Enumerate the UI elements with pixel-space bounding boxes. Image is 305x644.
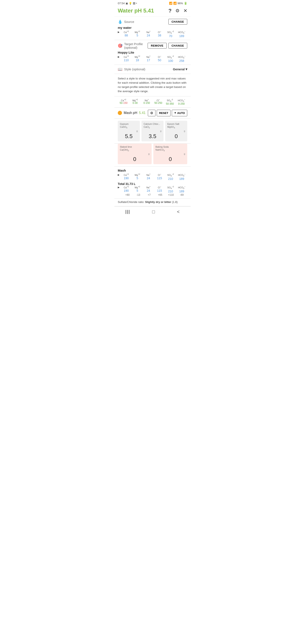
mash-auto-button[interactable]: ✦ AUTO xyxy=(172,110,187,116)
battery-display: 96% xyxy=(178,2,183,5)
epsom-salt-unit-label: g xyxy=(184,130,185,132)
target-so4-label: SO4−2 xyxy=(165,55,176,59)
source-cl-value: 38 xyxy=(154,34,165,37)
total-mg-col: Mg+2 5 xyxy=(132,186,143,193)
mash-gear-button[interactable]: ⚙ xyxy=(148,110,156,116)
total-cl-label: Cl− xyxy=(154,186,165,189)
target-mg-col: Mg+2 18 xyxy=(132,55,143,62)
auto-btn-label: AUTO xyxy=(177,112,185,114)
range-ca-col: Ca+2 50-150 xyxy=(118,98,130,105)
book-icon: 📖 xyxy=(118,67,122,72)
gypsum-formula: CaSO4 xyxy=(120,126,138,129)
calcium-chlor-formula: CaCl2 xyxy=(144,126,162,129)
status-right: 📶 📶 96% 🔋 xyxy=(169,2,187,5)
calcium-chlor-card[interactable]: Calcium Chlor... CaCl2 g 3.5 xyxy=(142,121,164,141)
slaked-lime-value: 0 xyxy=(120,156,150,162)
epsom-salt-formula: MgSO4 xyxy=(167,126,185,129)
close-button[interactable]: ✕ xyxy=(184,8,187,14)
calcium-chlor-header: Calcium Chlor... CaCl2 xyxy=(144,122,162,129)
mash-results-title: Mash xyxy=(118,169,187,172)
additions-grid: Gypsum CaSO4 g 5.5 Calcium Chlor... CaCl… xyxy=(114,119,190,144)
source-na-col: Na+ 24 xyxy=(143,30,154,38)
sulfate-ratio-value: (1.8) xyxy=(172,200,178,204)
range-na-col: Na+ 0-150 xyxy=(141,98,152,105)
image-icon: 🖼 xyxy=(133,2,135,5)
mash-reset-button[interactable]: RESET xyxy=(157,110,170,116)
mash-ph-value: 5.41 xyxy=(139,111,146,115)
baking-soda-card[interactable]: Baking Soda NaHCO3 g 0 xyxy=(153,144,187,164)
mash-expand-arrow[interactable]: ▶ xyxy=(118,174,120,176)
mash-mg-value: 5 xyxy=(132,176,143,180)
target-hco3-label: HCO3− xyxy=(176,55,187,59)
total-cl-col: Cl− 115 xyxy=(154,186,165,193)
slaked-lime-card[interactable]: Slaked lime Ca(OH)2 g 0 xyxy=(118,144,152,164)
battery-icon: 🔋 xyxy=(184,2,187,5)
total-minerals: Ca+2 190 Mg+2 5 Na+ 24 Cl− 115 SO4−2 210… xyxy=(121,186,187,193)
source-mg-col: Mg+2 5 xyxy=(132,30,143,38)
source-expand-arrow[interactable]: ▶ xyxy=(118,31,120,34)
target-cl-label: Cl− xyxy=(154,55,165,58)
mash-na-value: 24 xyxy=(143,176,154,180)
info-text: Select a style to show suggested min and… xyxy=(114,74,190,96)
target-na-value: 17 xyxy=(143,58,154,62)
source-header: 💧 Source CHANGE xyxy=(118,19,187,24)
slaked-lime-unit: g xyxy=(120,152,150,155)
delta-hco3: -69 xyxy=(176,194,187,196)
style-section: 📖 Style (optional) General ▾ xyxy=(114,65,190,74)
target-cl-value: 50 xyxy=(154,58,165,62)
orange-dot-icon xyxy=(118,111,122,115)
source-cl-label: Cl− xyxy=(154,30,165,34)
mash-ph-label: Mash pH 5.41 xyxy=(118,111,146,115)
additions-row2: Slaked lime Ca(OH)2 g 0 Baking Soda NaHC… xyxy=(114,144,190,166)
target-change-button[interactable]: CHANGE xyxy=(168,43,187,48)
range-ca-label: Ca+2 xyxy=(118,98,130,102)
target-ca-col: Ca+2 110 xyxy=(121,55,132,62)
location-icon: 💡 xyxy=(129,2,132,5)
baking-soda-formula: NaHCO3 xyxy=(156,148,185,152)
calcium-chlor-value: 3.5 xyxy=(144,133,162,140)
source-minerals-row: ▶ Ca+2 88 Mg+2 5 Na+ 24 Cl− 38 SO4−2 70 xyxy=(118,30,187,38)
help-button[interactable]: ? xyxy=(168,8,172,14)
gypsum-name: Gypsum xyxy=(120,122,138,126)
source-mg-label: Mg+2 xyxy=(132,30,143,34)
settings-button[interactable]: ⚙ xyxy=(176,8,180,14)
title-text: Water pH xyxy=(118,8,143,14)
target-so4-col: SO4−2 100 xyxy=(165,55,176,62)
baking-soda-unit-label: g xyxy=(184,152,185,155)
source-name: my water xyxy=(118,26,187,30)
delta-ca: +80 xyxy=(122,194,133,196)
nav-bar: ||| □ < xyxy=(114,206,190,216)
epsom-salt-card[interactable]: Epsom Salt MgSO4 g 0 xyxy=(165,121,187,141)
time-display: 07:54 xyxy=(118,2,125,5)
signal-icon: 📶 xyxy=(173,2,177,5)
mash-cl-label: Cl− xyxy=(154,173,165,176)
delta-mg: -13 xyxy=(133,194,144,196)
epsom-salt-header: Epsom Salt MgSO4 xyxy=(167,122,185,129)
gypsum-card[interactable]: Gypsum CaSO4 g 5.5 xyxy=(118,121,140,141)
delta-na: +7 xyxy=(144,194,154,196)
source-text: Source xyxy=(124,20,134,24)
baking-soda-unit: g xyxy=(156,152,185,155)
wand-icon: ✦ xyxy=(174,112,176,114)
target-remove-button[interactable]: REMOVE xyxy=(148,43,166,48)
mash-buttons: ⚙ RESET ✦ AUTO xyxy=(148,110,187,116)
source-hco3-col: HCO3− 189 xyxy=(176,30,187,38)
total-na-value: 24 xyxy=(143,189,154,192)
total-hco3-label: HCO3− xyxy=(176,186,187,190)
target-profile-name: Hoppy Lite xyxy=(118,51,187,54)
epsom-salt-value: 0 xyxy=(167,133,185,140)
nav-back-button[interactable]: < xyxy=(177,209,180,214)
nav-home-button[interactable]: □ xyxy=(152,209,155,214)
target-text: Target Profile (optional) xyxy=(124,42,148,49)
target-minerals-row: ▶ Ca+2 110 Mg+2 18 Na+ 17 Cl− 50 SO4−2 1… xyxy=(118,55,187,62)
target-expand-arrow[interactable]: ▶ xyxy=(118,56,120,58)
total-hco3-col: HCO3− 189 xyxy=(176,186,187,193)
style-dropdown[interactable]: General ▾ xyxy=(173,67,187,71)
calcium-chlor-unit-label: g xyxy=(160,130,162,132)
target-profile-section: 🎯 Target Profile (optional) REMOVE CHANG… xyxy=(114,40,190,65)
nav-hamburger-button[interactable]: ||| xyxy=(126,209,130,214)
mineral-ranges: Ca+2 50-150 Mg+2 0-30 Na+ 0-150 Cl− 50-2… xyxy=(114,96,190,108)
total-expand-arrow[interactable]: ▶ xyxy=(118,186,120,189)
mash-so4-label: SO4−2 xyxy=(165,173,176,177)
source-change-button[interactable]: CHANGE xyxy=(168,19,187,24)
